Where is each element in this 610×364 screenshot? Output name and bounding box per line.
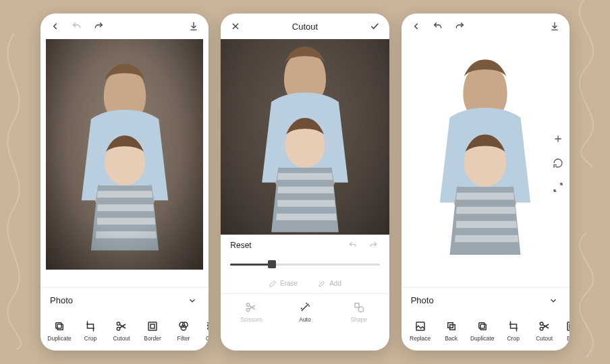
download-button[interactable] — [548, 20, 561, 33]
expand-icon[interactable] — [551, 180, 565, 195]
svg-point-3 — [117, 322, 120, 326]
mode-auto[interactable]: Auto — [290, 301, 320, 323]
tool-back[interactable]: Back — [437, 320, 466, 342]
topbar — [40, 13, 209, 39]
sub-tools: Erase Add — [221, 274, 389, 294]
mode-shape[interactable]: Shape — [344, 301, 374, 323]
mode-scissors[interactable]: Scissors — [236, 301, 266, 323]
svg-rect-6 — [150, 324, 155, 328]
page-title: Cutout — [242, 22, 367, 32]
chevron-down-icon — [547, 294, 560, 307]
svg-point-17 — [358, 307, 364, 312]
reset-row: Reset — [221, 235, 389, 255]
screen-result: Photo Replace Back Duplicate Crop — [401, 13, 570, 351]
svg-point-14 — [246, 303, 250, 307]
photo-preview — [407, 39, 564, 270]
toolstrip: Replace Back Duplicate Crop Cutout Bor — [401, 313, 570, 351]
svg-rect-23 — [478, 322, 484, 328]
section-header[interactable]: Photo — [40, 287, 209, 313]
tool-crop[interactable]: Crop — [76, 320, 105, 342]
tool-filter[interactable]: Filter — [169, 320, 198, 342]
photo-preview — [46, 39, 203, 270]
canvas[interactable] — [401, 39, 570, 287]
download-button[interactable] — [187, 20, 200, 33]
tool-border[interactable]: Border — [138, 320, 167, 342]
chevron-down-icon — [186, 294, 199, 307]
cutout-modes: Scissors Auto Shape — [221, 294, 389, 332]
redo-icon[interactable] — [453, 20, 466, 33]
canvas-floaters — [551, 131, 565, 195]
back-button[interactable] — [410, 20, 423, 33]
reset-button[interactable]: Reset — [230, 241, 251, 250]
brush-slider[interactable] — [221, 255, 389, 274]
tool-duplicate[interactable]: Duplicate — [45, 320, 74, 342]
topbar: Cutout — [221, 13, 389, 39]
svg-rect-1 — [57, 324, 63, 330]
svg-rect-5 — [148, 322, 157, 330]
redo-icon[interactable] — [366, 239, 380, 252]
tool-cutout[interactable]: Cutout — [530, 320, 559, 342]
undo-icon[interactable] — [431, 20, 445, 33]
erase-tool[interactable]: Erase — [269, 280, 298, 288]
tool-crop[interactable]: Crop — [499, 320, 528, 342]
screen-cutout: Cutout — [221, 13, 389, 351]
svg-rect-2 — [56, 322, 61, 328]
add-tool[interactable]: Add — [318, 280, 341, 288]
svg-point-4 — [117, 327, 120, 330]
svg-rect-16 — [355, 303, 359, 307]
tool-duplicate[interactable]: Duplicate — [468, 320, 497, 342]
screen-photo-edit: Photo Duplicate Crop Cutout Border — [40, 13, 209, 351]
confirm-button[interactable] — [368, 20, 381, 33]
topbar — [401, 13, 570, 39]
tool-opacity[interactable]: Opa — [200, 320, 209, 342]
tool-replace[interactable]: Replace — [406, 320, 435, 342]
cutout-canvas[interactable] — [221, 39, 389, 235]
svg-point-24 — [540, 322, 543, 326]
back-button[interactable] — [49, 20, 62, 33]
section-label: Photo — [411, 295, 434, 305]
tool-border[interactable]: Bor — [561, 320, 570, 342]
undo-icon[interactable] — [346, 239, 360, 252]
section-label: Photo — [50, 295, 73, 305]
refresh-icon[interactable] — [551, 156, 565, 171]
toolstrip: Duplicate Crop Cutout Border Filter Opa — [40, 313, 209, 351]
svg-rect-12 — [207, 322, 209, 330]
svg-point-25 — [540, 327, 543, 330]
svg-point-15 — [246, 308, 250, 311]
undo-icon[interactable] — [70, 20, 84, 33]
tool-cutout[interactable]: Cutout — [107, 320, 136, 342]
section-header[interactable]: Photo — [401, 287, 570, 313]
svg-point-9 — [181, 325, 186, 330]
svg-rect-22 — [480, 324, 486, 330]
canvas[interactable] — [40, 39, 209, 287]
redo-icon[interactable] — [92, 20, 105, 33]
plus-icon[interactable] — [551, 131, 565, 146]
close-button[interactable] — [229, 20, 242, 33]
